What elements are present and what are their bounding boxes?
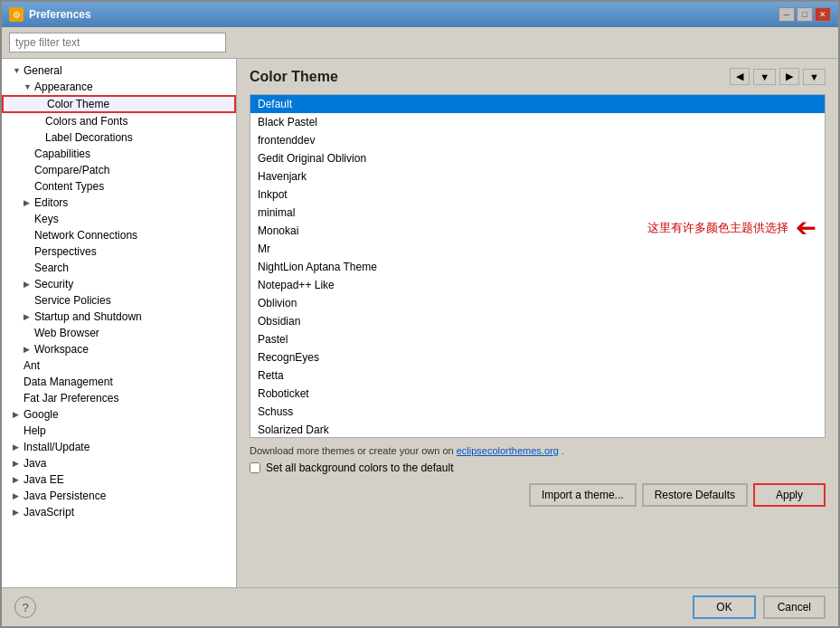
theme-item-default[interactable]: Default <box>250 95 825 113</box>
sidebar-item-appearance[interactable]: ▼Appearance <box>2 79 236 95</box>
import-theme-button[interactable]: Import a theme... <box>529 483 637 507</box>
sidebar-label-security: Security <box>34 278 73 290</box>
sidebar-label-colors-fonts: Colors and Fonts <box>45 115 127 128</box>
sidebar-label-data-management: Data Management <box>24 376 113 388</box>
theme-item-recogneyes[interactable]: RecognEyes <box>250 348 825 366</box>
main-inner: Color Theme ◀ ▼ ▶ ▼ DefaultBlack Pastelf… <box>250 68 826 578</box>
sidebar-item-colors-fonts[interactable]: Colors and Fonts <box>2 113 236 129</box>
tree-arrow-java-ee: ▶ <box>13 475 22 484</box>
sidebar-item-java-persistence[interactable]: ▶Java Persistence <box>2 488 236 504</box>
sidebar-item-general[interactable]: ▼General <box>2 62 236 79</box>
sidebar-label-general: General <box>24 64 62 77</box>
dialog-body: ▼General▼AppearanceColor ThemeColors and… <box>2 27 838 626</box>
sidebar-item-java[interactable]: ▶Java <box>2 455 236 471</box>
ok-button[interactable]: OK <box>693 595 755 619</box>
background-colors-checkbox[interactable] <box>250 462 260 473</box>
theme-item-minimal[interactable]: minimal <box>250 204 825 222</box>
sidebar-item-capabilities[interactable]: Capabilities <box>2 146 236 162</box>
bottom-section: Download more themes or create your own … <box>250 445 826 516</box>
theme-item-havenjark[interactable]: Havenjark <box>250 167 825 186</box>
sidebar-item-javascript[interactable]: ▶JavaScript <box>2 504 236 520</box>
theme-item-black-pastel[interactable]: Black Pastel <box>250 113 825 131</box>
sidebar-item-perspectives[interactable]: Perspectives <box>2 243 236 260</box>
sidebar-label-java-persistence: Java Persistence <box>24 490 106 502</box>
checkbox-label: Set all background colors to the default <box>266 461 453 474</box>
minimize-button[interactable]: ─ <box>779 7 795 22</box>
dialog-title: Preferences <box>29 8 91 21</box>
sidebar-item-help[interactable]: Help <box>2 423 236 439</box>
tree-arrow-java: ▶ <box>13 459 22 468</box>
sidebar-label-label-decorations: Label Decorations <box>45 131 133 144</box>
cancel-button[interactable]: Cancel <box>763 595 826 619</box>
sidebar-item-service-policies[interactable]: Service Policies <box>2 292 236 309</box>
panel-title: Color Theme <box>250 69 338 85</box>
theme-item-notepadpp[interactable]: Notepad++ Like <box>250 276 825 294</box>
restore-defaults-button[interactable]: Restore Defaults <box>642 483 748 507</box>
nav-back-button[interactable]: ◀ <box>730 68 750 85</box>
sidebar-label-java: Java <box>24 457 46 470</box>
main-panel: Color Theme ◀ ▼ ▶ ▼ DefaultBlack Pastelf… <box>237 59 838 587</box>
sidebar-item-content-types[interactable]: Content Types <box>2 178 236 195</box>
theme-item-solarized-dark[interactable]: Solarized Dark <box>250 421 825 438</box>
sidebar-label-editors: Editors <box>34 196 68 209</box>
sidebar-item-compare-patch[interactable]: Compare/Patch <box>2 162 236 178</box>
sidebar-label-search: Search <box>34 262 69 274</box>
nav-dropdown-button[interactable]: ▼ <box>753 69 776 85</box>
theme-item-frontenddev[interactable]: frontenddev <box>250 131 825 149</box>
sidebar-item-color-theme[interactable]: Color Theme <box>2 95 236 113</box>
help-button[interactable]: ? <box>14 596 36 618</box>
sidebar-item-java-ee[interactable]: ▶Java EE <box>2 471 236 488</box>
download-link[interactable]: eclipsecolorthemes.org <box>457 445 559 456</box>
sidebar-label-workspace: Workspace <box>34 343 89 356</box>
tree-arrow-workspace: ▶ <box>24 345 33 354</box>
window-controls: ─ □ ✕ <box>779 7 831 22</box>
sidebar-item-data-management[interactable]: Data Management <box>2 374 236 390</box>
sidebar-label-color-theme: Color Theme <box>47 98 109 110</box>
sidebar-label-service-policies: Service Policies <box>34 294 111 307</box>
sidebar-label-fat-jar: Fat Jar Preferences <box>24 392 118 404</box>
themes-list[interactable]: DefaultBlack PastelfrontenddevGedit Orig… <box>250 94 826 438</box>
theme-item-monokai[interactable]: Monokai <box>250 222 825 240</box>
apply-button[interactable]: Apply <box>753 483 826 507</box>
sidebar-item-network-connections[interactable]: Network Connections <box>2 227 236 243</box>
theme-item-oblivion[interactable]: Oblivion <box>250 294 825 312</box>
theme-item-roboticket[interactable]: Roboticket <box>250 385 825 403</box>
sidebar-label-install-update: Install/Update <box>24 441 90 453</box>
tree-arrow-security: ▶ <box>24 280 33 289</box>
sidebar-label-compare-patch: Compare/Patch <box>34 164 109 176</box>
theme-item-obsidian[interactable]: Obsidian <box>250 312 825 330</box>
sidebar-item-keys[interactable]: Keys <box>2 211 236 227</box>
sidebar-item-google[interactable]: ▶Google <box>2 406 236 423</box>
theme-item-inkpot[interactable]: Inkpot <box>250 186 825 204</box>
close-button[interactable]: ✕ <box>815 7 831 22</box>
sidebar-label-keys: Keys <box>34 213 59 225</box>
theme-item-retta[interactable]: Retta <box>250 366 825 385</box>
sidebar-label-content-types: Content Types <box>34 180 104 193</box>
sidebar-item-web-browser[interactable]: Web Browser <box>2 325 236 341</box>
tree-arrow-google: ▶ <box>13 410 22 419</box>
sidebar-item-install-update[interactable]: ▶Install/Update <box>2 439 236 455</box>
sidebar-item-label-decorations[interactable]: Label Decorations <box>2 129 236 146</box>
theme-item-nightlion[interactable]: NightLion Aptana Theme <box>250 258 825 276</box>
download-link-row: Download more themes or create your own … <box>250 445 826 456</box>
sidebar-item-search[interactable]: Search <box>2 260 236 276</box>
title-bar-left: ⚙ Preferences <box>9 7 91 22</box>
sidebar-item-editors[interactable]: ▶Editors <box>2 195 236 211</box>
sidebar-item-ant[interactable]: Ant <box>2 357 236 374</box>
filter-input[interactable] <box>9 33 226 52</box>
tree-arrow-java-persistence: ▶ <box>13 491 22 500</box>
maximize-button[interactable]: □ <box>797 7 813 22</box>
sidebar-item-workspace[interactable]: ▶Workspace <box>2 341 236 357</box>
sidebar-label-help: Help <box>24 424 46 437</box>
tree-arrow-appearance: ▼ <box>24 82 33 91</box>
filter-bar <box>2 27 838 59</box>
sidebar-item-security[interactable]: ▶Security <box>2 276 236 292</box>
theme-item-schuss[interactable]: Schuss <box>250 403 825 421</box>
nav-forward-button[interactable]: ▶ <box>779 68 799 85</box>
sidebar-item-startup-shutdown[interactable]: ▶Startup and Shutdown <box>2 309 236 325</box>
theme-item-mr[interactable]: Mr <box>250 240 825 258</box>
sidebar-item-fat-jar[interactable]: Fat Jar Preferences <box>2 390 236 406</box>
theme-item-gedit-original[interactable]: Gedit Original Oblivion <box>250 149 825 167</box>
theme-item-pastel[interactable]: Pastel <box>250 330 825 348</box>
nav-forward-dropdown-button[interactable]: ▼ <box>803 69 826 85</box>
